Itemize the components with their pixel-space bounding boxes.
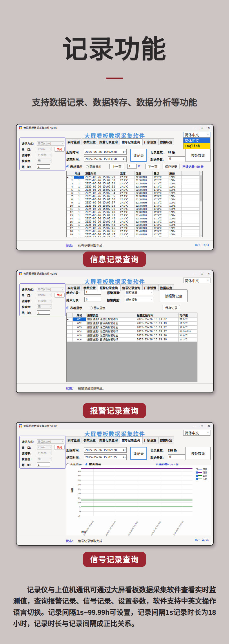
- minimize-icon[interactable]: –: [195, 126, 196, 129]
- read-records-button[interactable]: 读记录: [130, 447, 147, 460]
- chart-display-radio[interactable]: [90, 307, 93, 309]
- table-row[interactable]: 20 1 2025-05-26 15:02:48 27.9℃ 52.4%RH 1…: [67, 236, 200, 238]
- table-row[interactable]: 3 1 2025-05-26 15:02:31 27.9℃ 52.3%RH 17…: [67, 182, 200, 185]
- port-select[interactable]: COM4˅: [37, 147, 52, 151]
- legend-checkbox-湿度[interactable]: ✓: [196, 471, 198, 474]
- minimize-icon[interactable]: –: [195, 272, 196, 275]
- alarm-type-select[interactable]: 所有报警˅: [125, 297, 153, 302]
- close-port-button[interactable]: 关闭: [54, 445, 65, 450]
- read-by-count-button[interactable]: 按条数读: [185, 447, 211, 460]
- table-row[interactable]: 001 报警通道1:温度低报警动作 2025-05-26 15:03:02 27…: [67, 318, 197, 322]
- start-record-input[interactable]: 1: [84, 290, 101, 295]
- table-scrollbar[interactable]: ▲ ▼: [199, 171, 202, 237]
- port-select[interactable]: COM4˅: [37, 293, 52, 297]
- tab-params[interactable]: 参数设置: [82, 436, 97, 443]
- start-time-input[interactable]: 2025-05-26 15:02:28▦▾: [84, 447, 127, 453]
- table-row[interactable]: 19 1 2025-05-26 15:02:47 27.9℃ 52.4%RH 1…: [67, 233, 200, 236]
- tab-calibration[interactable]: 数据标定: [158, 138, 174, 145]
- table-row[interactable]: 11 1 2025-05-26 15:02:39 27.9℃ 52.3%RH 1…: [67, 208, 200, 211]
- end-time-input[interactable]: 2025-05-26 15:03:58▦▾: [84, 156, 127, 162]
- address-input[interactable]: 1: [37, 310, 50, 315]
- table-row[interactable]: 2 1 2025-05-26 15:02:30 27.9℃ 52.3%RH 17…: [67, 179, 200, 182]
- scroll-down-icon[interactable]: ▼: [200, 234, 202, 237]
- save-records-button[interactable]: 保存记录: [163, 305, 180, 310]
- close-port-button[interactable]: 关闭: [54, 147, 65, 152]
- chart-display-radio[interactable]: [86, 165, 89, 168]
- tab-alarm-records[interactable]: 报警记录查询: [98, 436, 119, 443]
- alarm-channel-select[interactable]: 所有通道˅: [125, 290, 153, 295]
- table-row[interactable]: 17 1 2025-05-26 15:02:45 27.9℃ 52.3%RH 1…: [67, 227, 200, 230]
- table-row[interactable]: 16 1 2025-05-26 15:02:44 27.9℃ 52.3%RH 1…: [67, 223, 200, 227]
- port-select[interactable]: COM4˅: [37, 445, 52, 449]
- tab-factory[interactable]: 厂家设置: [142, 138, 158, 145]
- table-row[interactable]: 8 1 2025-05-26 15:02:36 27.9℃ 52.3%RH 17…: [67, 198, 200, 201]
- language-select[interactable]: 简体中文 ˅: [183, 278, 210, 283]
- table-row[interactable]: 13 1 2025-05-26 15:02:41 27.9℃ 52.4%RH 1…: [67, 214, 200, 217]
- close-port-button[interactable]: 关闭: [54, 293, 65, 298]
- table-row[interactable]: 15 1 2025-05-26 15:02:43 27.9℃ 52.4%RH 1…: [67, 220, 200, 223]
- tab-signal-records[interactable]: 信号记录查询: [120, 436, 142, 443]
- maximize-icon[interactable]: □: [201, 272, 203, 275]
- tab-realtime[interactable]: 实时监测: [66, 436, 81, 443]
- baud-select[interactable]: 115200˅: [37, 153, 52, 157]
- table-display-radio[interactable]: [66, 307, 69, 309]
- table-row[interactable]: 9 1 2025-05-26 15:02:37 27.9℃ 52.3%RH 17…: [67, 201, 200, 204]
- tab-realtime[interactable]: 实时监测: [66, 284, 81, 291]
- table-row[interactable]: 004 报警通道4:湿度高报警动作 2025-05-26 15:03:27 52…: [67, 330, 197, 334]
- language-select[interactable]: 简体中文 ˅: [183, 430, 210, 436]
- address-input[interactable]: 1: [37, 463, 50, 467]
- tab-realtime[interactable]: 实时监测: [66, 138, 81, 145]
- baud-select[interactable]: 115200˅: [37, 299, 52, 303]
- scrollbar-thumb[interactable]: [200, 175, 202, 201]
- table-row[interactable]: 10 1 2025-05-26 15:02:38 27.9℃ 52.3%RH 1…: [67, 204, 200, 208]
- tab-calibration[interactable]: 数据标定: [158, 436, 174, 443]
- maximize-icon[interactable]: □: [201, 424, 203, 428]
- close-icon[interactable]: ✕: [208, 126, 210, 129]
- language-option-english[interactable]: English: [183, 143, 210, 149]
- language-select[interactable]: 简体中文 ˅: [183, 132, 210, 137]
- table-row[interactable]: 003 报警通道3:温度高报警返回 2025-05-26 15:03:22 27…: [67, 326, 197, 330]
- legend-checkbox-露点[interactable]: ✓: [196, 475, 198, 477]
- save-records-button[interactable]: 保存记录: [163, 164, 179, 169]
- legend-checkbox-压差[interactable]: ✓: [196, 478, 198, 480]
- maximize-icon[interactable]: □: [201, 126, 203, 129]
- read-records-button[interactable]: 读记录: [130, 149, 147, 162]
- page-number-input[interactable]: 1: [127, 164, 137, 169]
- close-icon[interactable]: ✕: [208, 424, 210, 428]
- comm-mode-select[interactable]: 串口(COM)˅: [37, 439, 64, 444]
- parity-select[interactable]: 无˅: [37, 457, 52, 461]
- table-row[interactable]: 4 1 2025-05-26 15:02:32 27.9℃ 52.3%RH 17…: [67, 185, 200, 188]
- parity-select[interactable]: 无˅: [37, 159, 52, 163]
- baud-select[interactable]: 115200˅: [37, 451, 52, 455]
- table-row[interactable]: 18 1 2025-05-26 15:02:46 27.9℃ 52.4%RH 1…: [67, 230, 200, 233]
- comm-mode-select[interactable]: 串口(COM)˅: [37, 287, 64, 291]
- comm-mode-select[interactable]: 串口(COM)˅: [37, 141, 64, 146]
- legend-checkbox-温度[interactable]: [196, 468, 198, 470]
- parity-select[interactable]: 无˅: [37, 304, 52, 309]
- tab-alarm-records[interactable]: 报警记录查询: [98, 138, 119, 145]
- read-alarm-records-button[interactable]: 读报警记录: [160, 289, 188, 302]
- address-input[interactable]: 1: [37, 164, 50, 169]
- close-icon[interactable]: ✕: [208, 272, 210, 275]
- tab-signal-records[interactable]: 信号记录查询: [120, 138, 142, 145]
- start-time-input[interactable]: 2025-05-26 15:02:28▦▾: [84, 149, 127, 155]
- table-row[interactable]: 14 1 2025-05-26 15:02:42 27.9℃ 52.3%RH 1…: [67, 217, 200, 220]
- prev-page-button[interactable]: 上一页: [109, 164, 124, 169]
- minimize-icon[interactable]: –: [195, 424, 196, 428]
- table-row[interactable]: 1 1 2025-05-26 15:02:29 27.9℃ 52.3%RH 17…: [67, 176, 200, 179]
- table-display-radio[interactable]: [66, 165, 69, 168]
- next-page-button[interactable]: 下一页: [145, 164, 160, 169]
- table-row[interactable]: 7 1 2025-05-26 15:02:35 27.9℃ 52.3%RH 17…: [67, 195, 200, 198]
- read-by-count-button[interactable]: 按条数读: [185, 149, 211, 162]
- tab-params[interactable]: 参数设置: [82, 138, 97, 145]
- table-row[interactable]: 6 1 2025-05-26 15:02:34 27.9℃ 52.3%RH 17…: [67, 192, 200, 195]
- table-row[interactable]: 006 报警通道2:露点低报警动作 2025-05-26 15:03:39 17…: [67, 338, 197, 342]
- language-option-chinese[interactable]: 简体中文: [183, 138, 210, 143]
- table-row[interactable]: 5 1 2025-05-26 15:02:33 27.9℃ 52.3%RH 17…: [67, 188, 200, 192]
- end-record-input[interactable]: 6: [84, 297, 101, 302]
- tab-factory[interactable]: 厂家设置: [142, 436, 158, 443]
- scroll-up-icon[interactable]: ▲: [200, 171, 202, 174]
- end-time-input[interactable]: 2025-05-26 15:07:25▦▾: [84, 454, 127, 460]
- table-row[interactable]: 002 报警通道2:露点高报警返回 2025-05-26 15:03:19 17…: [67, 322, 197, 326]
- table-row[interactable]: 005 报警通道1:温度高报警返回 2025-05-26 15:03:36 27…: [67, 334, 197, 338]
